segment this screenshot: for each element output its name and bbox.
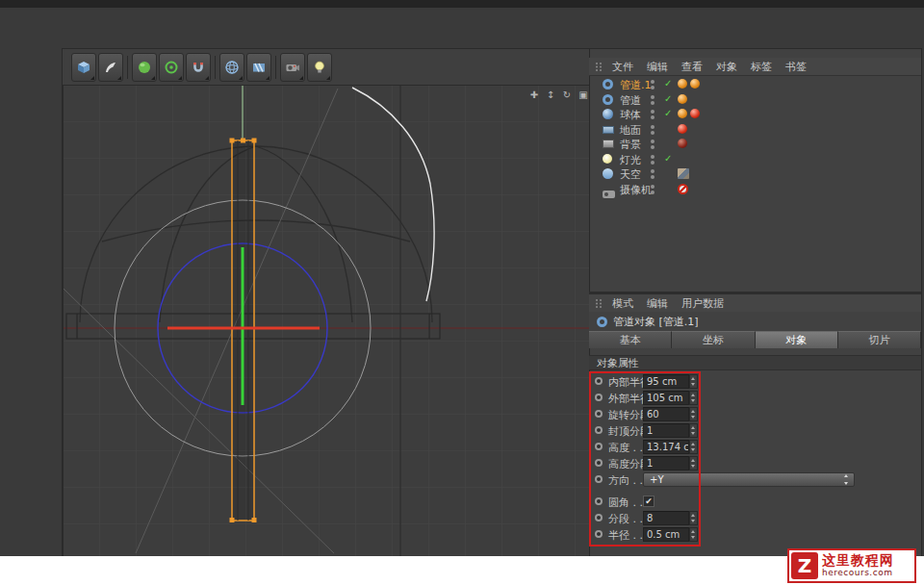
enabled-check-icon[interactable]: ✓	[664, 78, 672, 89]
fillet-radius-field[interactable]: 0.5 cm	[643, 527, 689, 542]
object-row-sky[interactable]: 天空	[589, 166, 921, 182]
pen-tool-icon[interactable]	[98, 53, 123, 82]
material-tag-icon[interactable]	[678, 139, 687, 148]
visibility-toggles[interactable]	[651, 95, 654, 107]
object-row-tube1[interactable]: 管道.1 ✓	[589, 77, 921, 92]
visibility-toggles[interactable]	[651, 155, 654, 166]
keyframe-circle-icon[interactable]	[595, 514, 603, 521]
inner-radius-field[interactable]: 95 cm	[643, 374, 689, 389]
object-name[interactable]: 天空	[620, 167, 641, 182]
visibility-toggles[interactable]	[651, 185, 654, 196]
object-row-light[interactable]: 灯光 ✓	[589, 152, 921, 167]
object-name[interactable]: 管道.1	[620, 78, 652, 92]
sphere-icon	[603, 109, 613, 119]
cap-segments-field[interactable]: 1	[643, 423, 689, 438]
keyframe-circle-icon[interactable]	[595, 530, 603, 538]
camera-tool-icon[interactable]	[280, 53, 305, 82]
object-name[interactable]: 管道	[620, 93, 641, 108]
object-row-background[interactable]: 背景	[589, 137, 921, 152]
fillet-checkbox[interactable]: ✔	[643, 496, 654, 507]
outer-radius-field[interactable]: 105 cm	[643, 391, 689, 405]
visibility-toggles[interactable]	[651, 125, 654, 137]
maximize-icon[interactable]: ▣	[577, 89, 590, 101]
plane-tool-icon[interactable]	[246, 53, 271, 82]
section-object-properties[interactable]: 对象属性	[589, 355, 921, 370]
material-tag-icon[interactable]	[690, 109, 700, 118]
stepper-icon[interactable]	[689, 511, 698, 525]
visibility-toggles[interactable]	[651, 140, 654, 151]
light-tool-icon[interactable]	[307, 53, 332, 82]
object-row-camera[interactable]: 摄像机	[589, 182, 921, 197]
stepper-icon[interactable]	[689, 374, 698, 389]
visibility-toggles[interactable]	[651, 169, 654, 181]
object-name[interactable]: 灯光	[620, 153, 641, 167]
keyframe-circle-icon[interactable]	[595, 410, 603, 418]
stepper-icon[interactable]	[689, 527, 698, 542]
rotation-segments-field[interactable]: 60	[643, 407, 689, 421]
protection-tag-icon[interactable]	[678, 184, 688, 194]
keyframe-circle-icon[interactable]	[595, 394, 603, 401]
menu-view[interactable]: 查看	[675, 60, 709, 74]
visibility-toggles[interactable]	[651, 80, 654, 91]
menu-edit[interactable]: 编辑	[640, 60, 675, 74]
stepper-icon[interactable]	[689, 456, 698, 471]
menu-bookmarks[interactable]: 书签	[779, 60, 813, 74]
sculpt-tool-icon[interactable]	[132, 53, 157, 82]
phong-tag-icon[interactable]	[690, 79, 700, 89]
enabled-check-icon[interactable]: ✓	[664, 108, 672, 118]
zoom-icon[interactable]: ↕	[544, 89, 557, 101]
rotate-icon[interactable]: ↻	[560, 89, 574, 101]
tab-coordinates[interactable]: 坐标	[672, 331, 755, 348]
camera-icon	[603, 191, 615, 198]
object-list: 管道.1 ✓ 管道 ✓ 球体 ✓ 地面 背景 灯光 ✓ 天空	[589, 77, 921, 292]
menu-edit2[interactable]: 编辑	[640, 296, 675, 311]
stepper-icon[interactable]	[689, 391, 698, 405]
tab-object[interactable]: 对象	[756, 331, 838, 348]
magnet-tool-icon[interactable]	[186, 53, 211, 82]
panel-grip-icon[interactable]	[595, 298, 603, 309]
keyframe-circle-icon[interactable]	[595, 475, 603, 483]
keyframe-circle-icon[interactable]	[595, 426, 603, 434]
object-row-tube[interactable]: 管道 ✓	[589, 92, 921, 108]
stepper-icon[interactable]	[689, 423, 698, 438]
direction-dropdown[interactable]: +Y	[643, 472, 855, 487]
keyframe-circle-icon[interactable]	[595, 497, 603, 505]
cube-tool-icon[interactable]	[71, 53, 96, 82]
pan-icon[interactable]: ✚	[527, 89, 541, 101]
menu-object[interactable]: 对象	[709, 60, 744, 74]
menu-mode[interactable]: 模式	[605, 296, 640, 311]
keyframe-circle-icon[interactable]	[595, 459, 603, 467]
mograph-tool-icon[interactable]	[159, 53, 184, 82]
menu-tags[interactable]: 标签	[744, 60, 779, 74]
panel-grip-icon[interactable]	[595, 62, 603, 72]
wire-sphere-tool-icon[interactable]	[219, 53, 244, 82]
tab-slice[interactable]: 切片	[838, 331, 921, 348]
object-name[interactable]: 球体	[620, 108, 641, 122]
enabled-check-icon[interactable]: ✓	[664, 153, 672, 164]
stepper-icon[interactable]	[689, 440, 698, 454]
fillet-segments-field[interactable]: 8	[643, 511, 689, 525]
object-row-sphere[interactable]: 球体 ✓	[589, 107, 921, 122]
enabled-check-icon[interactable]: ✓	[664, 93, 672, 104]
object-name[interactable]: 摄像机	[620, 183, 652, 197]
texture-tag-icon[interactable]	[678, 168, 689, 179]
phong-tag-icon[interactable]	[678, 94, 687, 104]
object-name[interactable]: 背景	[620, 138, 641, 152]
object-name[interactable]: 地面	[620, 123, 641, 138]
menu-userdata[interactable]: 用户数据	[675, 296, 731, 311]
height-segments-field[interactable]: 1	[643, 456, 689, 471]
stepper-icon[interactable]	[689, 407, 698, 421]
keyframe-circle-icon[interactable]	[595, 443, 603, 450]
phong-tag-icon[interactable]	[678, 109, 687, 118]
height-field[interactable]: 13.174 cm	[643, 440, 689, 454]
attribute-title: 管道对象 [管道.1]	[613, 315, 699, 329]
visibility-toggles[interactable]	[651, 110, 654, 121]
menu-file[interactable]: 文件	[605, 60, 640, 74]
material-tag-icon[interactable]	[678, 124, 687, 134]
attr-row-rotation-segments: 旋转分段 60	[589, 406, 921, 422]
phong-tag-icon[interactable]	[678, 79, 687, 89]
object-row-floor[interactable]: 地面	[589, 122, 921, 138]
tab-basic[interactable]: 基本	[589, 331, 672, 348]
keyframe-circle-icon[interactable]	[595, 377, 603, 385]
3d-viewport[interactable]	[63, 85, 590, 557]
